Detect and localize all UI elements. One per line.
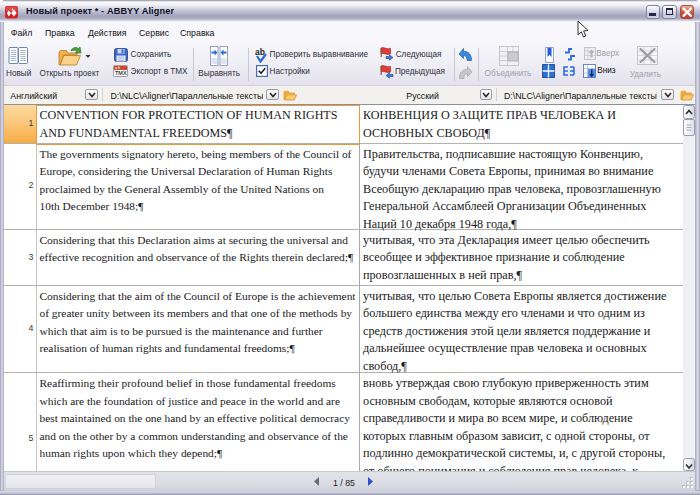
svg-text:TMX: TMX [115,70,127,76]
